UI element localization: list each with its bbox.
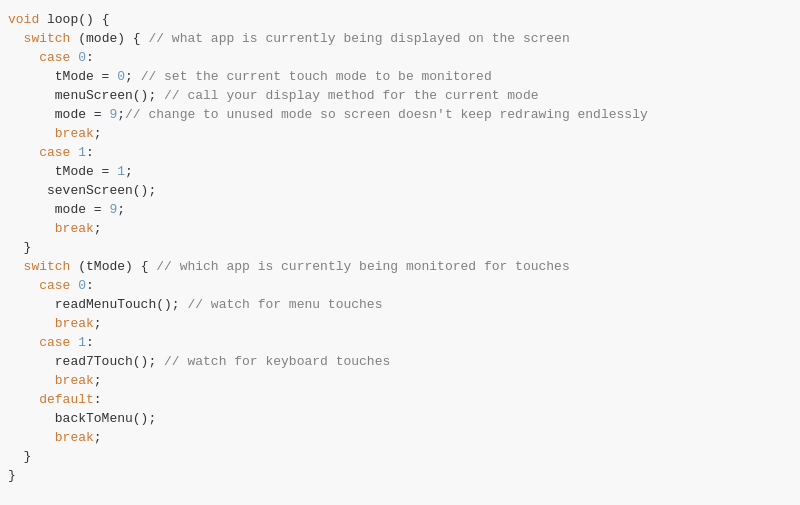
code-line: break;: [0, 219, 800, 238]
code-line: mode = 9;: [0, 200, 800, 219]
code-lines: void loop() { switch (mode) { // what ap…: [0, 10, 800, 485]
token: :: [86, 50, 94, 65]
code-line: default:: [0, 390, 800, 409]
token: // which app is currently being monitore…: [156, 259, 569, 274]
token: mode =: [8, 107, 109, 122]
line-content: sevenScreen();: [8, 181, 156, 200]
token: case: [8, 50, 70, 65]
token: break: [8, 430, 94, 445]
line-content: }: [8, 447, 31, 466]
token: ;: [94, 316, 102, 331]
line-content: break;: [8, 428, 102, 447]
token: 0: [78, 278, 86, 293]
line-content: tMode = 0; // set the current touch mode…: [8, 67, 492, 86]
line-content: case 1:: [8, 333, 94, 352]
token: ;: [125, 69, 141, 84]
line-content: case 0:: [8, 48, 94, 67]
token: ;: [117, 202, 125, 217]
line-content: readMenuTouch(); // watch for menu touch…: [8, 295, 382, 314]
token: break: [8, 316, 94, 331]
token: backToMenu();: [8, 411, 156, 426]
code-line: tMode = 0; // set the current touch mode…: [0, 67, 800, 86]
line-content: case 0:: [8, 276, 94, 295]
code-line: break;: [0, 428, 800, 447]
token: loop() {: [39, 12, 109, 27]
token: case: [8, 278, 70, 293]
code-line: case 1:: [0, 143, 800, 162]
code-line: sevenScreen();: [0, 181, 800, 200]
line-content: switch (mode) { // what app is currently…: [8, 29, 570, 48]
token: // call your display method for the curr…: [164, 88, 538, 103]
token: }: [8, 449, 31, 464]
code-line: }: [0, 238, 800, 257]
line-content: menuScreen(); // call your display metho…: [8, 86, 539, 105]
token: :: [86, 145, 94, 160]
token: mode =: [8, 202, 109, 217]
code-line: break;: [0, 124, 800, 143]
token: :: [86, 335, 94, 350]
token: tMode =: [8, 164, 117, 179]
code-line: switch (mode) { // what app is currently…: [0, 29, 800, 48]
code-line: break;: [0, 314, 800, 333]
line-content: switch (tMode) { // which app is current…: [8, 257, 570, 276]
token: }: [8, 468, 16, 483]
token: // watch for menu touches: [187, 297, 382, 312]
token: (tMode) {: [70, 259, 156, 274]
token: void: [8, 12, 39, 27]
token: read7Touch();: [8, 354, 164, 369]
token: :: [86, 278, 94, 293]
token: ;: [94, 126, 102, 141]
code-line: backToMenu();: [0, 409, 800, 428]
token: 1: [78, 335, 86, 350]
token: ;: [94, 430, 102, 445]
token: 1: [117, 164, 125, 179]
line-content: break;: [8, 219, 102, 238]
code-line: switch (tMode) { // which app is current…: [0, 257, 800, 276]
code-line: }: [0, 447, 800, 466]
token: ;: [125, 164, 133, 179]
token: // what app is currently being displayed…: [148, 31, 569, 46]
code-editor: void loop() { switch (mode) { // what ap…: [0, 0, 800, 505]
line-content: read7Touch(); // watch for keyboard touc…: [8, 352, 390, 371]
code-line: readMenuTouch(); // watch for menu touch…: [0, 295, 800, 314]
code-line: tMode = 1;: [0, 162, 800, 181]
token: switch: [8, 259, 70, 274]
token: 0: [117, 69, 125, 84]
token: break: [8, 373, 94, 388]
code-line: break;: [0, 371, 800, 390]
line-content: tMode = 1;: [8, 162, 133, 181]
token: case: [8, 335, 70, 350]
token: menuScreen();: [8, 88, 164, 103]
token: :: [94, 392, 102, 407]
code-line: case 1:: [0, 333, 800, 352]
line-content: default:: [8, 390, 102, 409]
token: // set the current touch mode to be moni…: [141, 69, 492, 84]
token: ;: [94, 373, 102, 388]
token: break: [8, 126, 94, 141]
token: readMenuTouch();: [8, 297, 187, 312]
token: case: [8, 145, 70, 160]
token: ;: [94, 221, 102, 236]
token: break: [8, 221, 94, 236]
line-content: }: [8, 238, 31, 257]
line-content: case 1:: [8, 143, 94, 162]
token: tMode =: [8, 69, 117, 84]
token: ;: [117, 107, 125, 122]
code-line: mode = 9;// change to unused mode so scr…: [0, 105, 800, 124]
token: 1: [78, 145, 86, 160]
token: // watch for keyboard touches: [164, 354, 390, 369]
code-line: case 0:: [0, 276, 800, 295]
token: (mode) {: [70, 31, 148, 46]
line-content: break;: [8, 124, 102, 143]
line-content: backToMenu();: [8, 409, 156, 428]
line-content: mode = 9;: [8, 200, 125, 219]
code-line: }: [0, 466, 800, 485]
code-line: void loop() {: [0, 10, 800, 29]
line-content: break;: [8, 371, 102, 390]
token: // change to unused mode so screen doesn…: [125, 107, 648, 122]
token: switch: [8, 31, 70, 46]
code-line: menuScreen(); // call your display metho…: [0, 86, 800, 105]
token: default: [8, 392, 94, 407]
line-content: break;: [8, 314, 102, 333]
token: }: [8, 240, 31, 255]
